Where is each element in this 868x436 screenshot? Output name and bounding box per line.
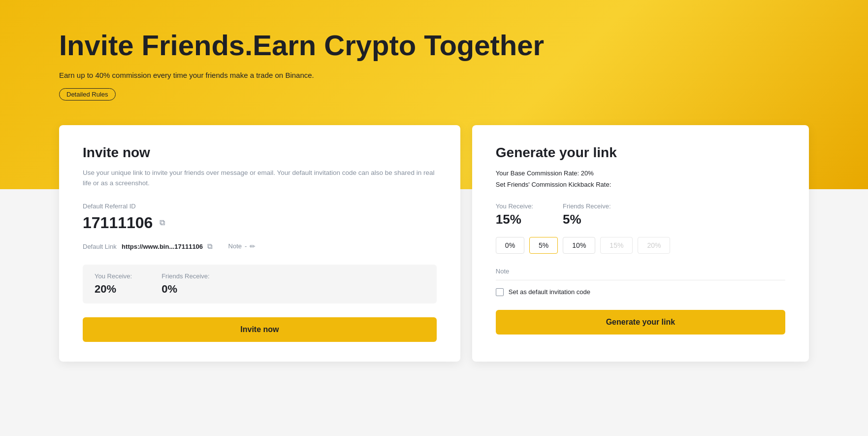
default-code-row: Set as default invitation code [496, 288, 785, 296]
rate-btn-10[interactable]: 10% [563, 237, 595, 254]
default-link-copy-icon[interactable]: ⧉ [207, 242, 213, 250]
generate-card-title: Generate your link [496, 145, 785, 161]
base-commission-line1: Your Base Commission Rate: 20% [496, 168, 785, 179]
default-link-value: https://www.bin...17111106 [122, 243, 203, 250]
default-code-checkbox[interactable] [496, 288, 504, 296]
default-link-section: Default Link https://www.bin...17111106 … [83, 242, 213, 251]
right-friends-receive-value: 5% [563, 212, 611, 227]
right-friends-receive-col: Friends Receive: 5% [563, 202, 611, 227]
referral-id-copy-icon[interactable]: ⧉ [158, 218, 166, 227]
default-link-label: Default Link [83, 243, 117, 250]
invite-card: Invite now Use your unique link to invit… [59, 125, 460, 362]
right-you-receive-col: You Receive: 15% [496, 202, 533, 227]
note-edit-icon[interactable]: ✏ [250, 242, 256, 250]
rate-btn-20: 20% [638, 237, 670, 254]
base-commission-line2: Set Friends' Commission Kickback Rate: [496, 179, 785, 190]
friends-receive-value: 0% [161, 283, 210, 296]
generate-card: Generate your link Your Base Commission … [472, 125, 809, 362]
detailed-rules-button[interactable]: Detailed Rules [59, 88, 116, 101]
right-receive-row: You Receive: 15% Friends Receive: 5% [496, 202, 785, 227]
rate-btn-5[interactable]: 5% [529, 237, 558, 254]
default-code-label: Set as default invitation code [509, 288, 590, 296]
referral-id-row: 17111106 ⧉ [83, 214, 437, 232]
receive-box: You Receive: 20% Friends Receive: 0% [83, 265, 437, 303]
invite-now-button[interactable]: Invite now [83, 317, 437, 342]
note-divider [496, 280, 785, 280]
note-dash: - [245, 242, 247, 250]
referral-id-value: 17111106 [83, 214, 153, 232]
default-referral-id-label: Default Referral ID [83, 202, 437, 210]
you-receive-value: 20% [95, 283, 132, 296]
generate-link-button[interactable]: Generate your link [496, 310, 785, 335]
note-input-label: Note [496, 268, 785, 275]
invite-card-title: Invite now [83, 145, 437, 161]
base-commission-info: Your Base Commission Rate: 20% Set Frien… [496, 168, 785, 191]
rate-buttons: 0% 5% 10% 15% 20% [496, 237, 785, 254]
note-section: Note - ✏ [228, 242, 256, 250]
rate-btn-15: 15% [600, 237, 633, 254]
invite-card-description: Use your unique link to invite your frie… [83, 168, 437, 189]
default-link-row: Default Link https://www.bin...17111106 … [83, 242, 437, 251]
friends-receive-label: Friends Receive: [161, 272, 210, 280]
friends-receive-col: Friends Receive: 0% [161, 272, 210, 296]
right-you-receive-label: You Receive: [496, 202, 533, 210]
rate-btn-0[interactable]: 0% [496, 237, 524, 254]
hero-title: Invite Friends.Earn Crypto Together [59, 30, 809, 61]
right-you-receive-value: 15% [496, 212, 533, 227]
cards-container: Invite now Use your unique link to invit… [0, 125, 868, 362]
note-label: Note [228, 242, 242, 250]
you-receive-label: You Receive: [95, 272, 132, 280]
right-friends-receive-label: Friends Receive: [563, 202, 611, 210]
you-receive-col: You Receive: 20% [95, 272, 132, 296]
hero-subtitle: Earn up to 40% commission every time you… [59, 71, 809, 79]
